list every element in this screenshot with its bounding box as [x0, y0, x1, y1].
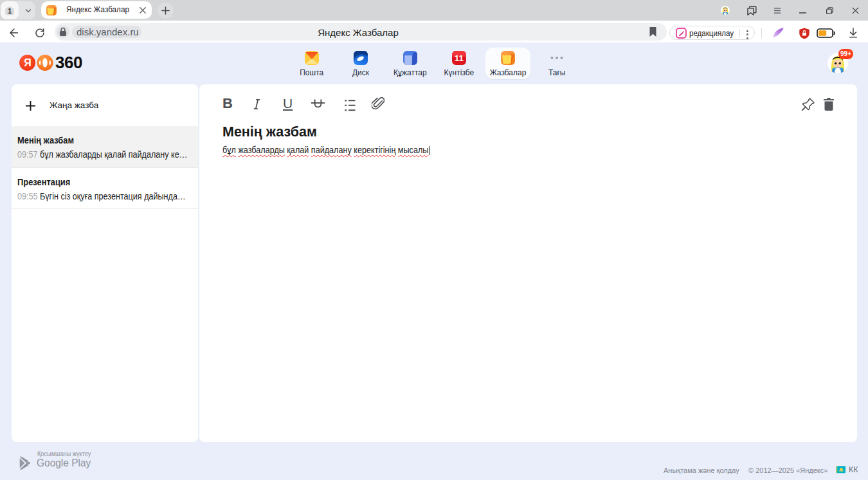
- svg-text:Я: Я: [24, 57, 32, 68]
- svg-text:1: 1: [8, 7, 12, 15]
- svg-text:11: 11: [455, 53, 464, 63]
